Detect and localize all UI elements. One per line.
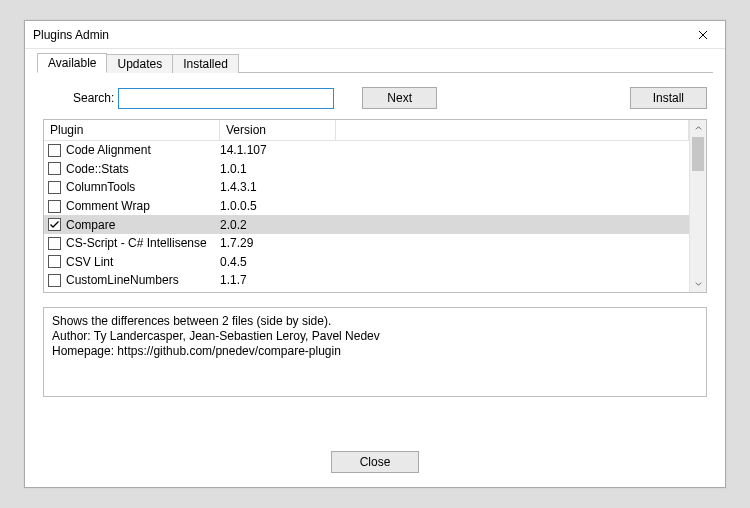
plugin-name: Compare: [66, 218, 220, 232]
column-header-spacer: [336, 120, 689, 141]
dialog-body: AvailableUpdatesInstalled Search: Next I…: [25, 49, 725, 487]
table-row[interactable]: Code::Stats1.0.1: [44, 160, 689, 179]
description-line: Homepage: https://github.com/pnedev/comp…: [52, 344, 698, 359]
plugin-version: 14.1.107: [220, 143, 689, 157]
close-icon[interactable]: [687, 24, 719, 46]
list-header: Plugin Version: [44, 120, 689, 141]
tab-strip: AvailableUpdatesInstalled: [37, 53, 713, 73]
plugin-name: Code::Stats: [66, 162, 220, 176]
table-row[interactable]: Compare2.0.2: [44, 215, 689, 234]
scrollbar-track[interactable]: [690, 137, 706, 275]
tab-updates[interactable]: Updates: [106, 54, 173, 73]
scroll-down-icon[interactable]: [690, 275, 706, 292]
plugin-version: 1.4.3.1: [220, 180, 689, 194]
checkbox[interactable]: [48, 218, 61, 231]
plugin-version: 1.0.1: [220, 162, 689, 176]
search-label: Search:: [73, 91, 114, 105]
window-title: Plugins Admin: [33, 28, 687, 42]
checkbox[interactable]: [48, 144, 61, 157]
table-row[interactable]: CSV Lint0.4.5: [44, 253, 689, 272]
table-row[interactable]: ColumnTools1.4.3.1: [44, 178, 689, 197]
vertical-scrollbar[interactable]: [689, 120, 706, 292]
table-row[interactable]: CustomLineNumbers1.1.7: [44, 271, 689, 290]
install-button[interactable]: Install: [630, 87, 707, 109]
description-box: Shows the differences between 2 files (s…: [43, 307, 707, 397]
column-header-version[interactable]: Version: [220, 120, 336, 141]
next-button[interactable]: Next: [362, 87, 437, 109]
plugin-version: 0.4.5: [220, 255, 689, 269]
table-row[interactable]: CS-Script - C# Intellisense1.7.29: [44, 234, 689, 253]
table-row[interactable]: Code Alignment14.1.107: [44, 141, 689, 160]
plugin-name: Comment Wrap: [66, 199, 220, 213]
tab-available[interactable]: Available: [37, 53, 107, 73]
plugin-list: Plugin Version Code Alignment14.1.107Cod…: [43, 119, 707, 293]
title-bar: Plugins Admin: [25, 21, 725, 49]
checkbox[interactable]: [48, 200, 61, 213]
checkbox[interactable]: [48, 162, 61, 175]
table-row[interactable]: Comment Wrap1.0.0.5: [44, 197, 689, 216]
checkbox[interactable]: [48, 255, 61, 268]
plugin-name: CustomLineNumbers: [66, 273, 220, 287]
plugin-version: 1.1.7: [220, 273, 689, 287]
plugin-name: ColumnTools: [66, 180, 220, 194]
footer: Close: [37, 431, 713, 481]
description-line: Author: Ty Landercasper, Jean-Sebastien …: [52, 329, 698, 344]
tab-installed[interactable]: Installed: [172, 54, 239, 73]
plugin-version: 1.7.29: [220, 236, 689, 250]
scrollbar-thumb[interactable]: [692, 137, 704, 171]
plugin-name: Code Alignment: [66, 143, 220, 157]
toolbar: Search: Next Install: [43, 87, 707, 109]
checkbox[interactable]: [48, 274, 61, 287]
search-input[interactable]: [118, 88, 334, 109]
plugin-version: 2.0.2: [220, 218, 689, 232]
description-line: Shows the differences between 2 files (s…: [52, 314, 698, 329]
close-button[interactable]: Close: [331, 451, 420, 473]
checkbox[interactable]: [48, 237, 61, 250]
scroll-up-icon[interactable]: [690, 120, 706, 137]
checkbox[interactable]: [48, 181, 61, 194]
plugin-version: 1.0.0.5: [220, 199, 689, 213]
plugin-name: CSV Lint: [66, 255, 220, 269]
plugin-name: CS-Script - C# Intellisense: [66, 236, 220, 250]
plugins-admin-dialog: Plugins Admin AvailableUpdatesInstalled …: [24, 20, 726, 488]
column-header-plugin[interactable]: Plugin: [44, 120, 220, 141]
